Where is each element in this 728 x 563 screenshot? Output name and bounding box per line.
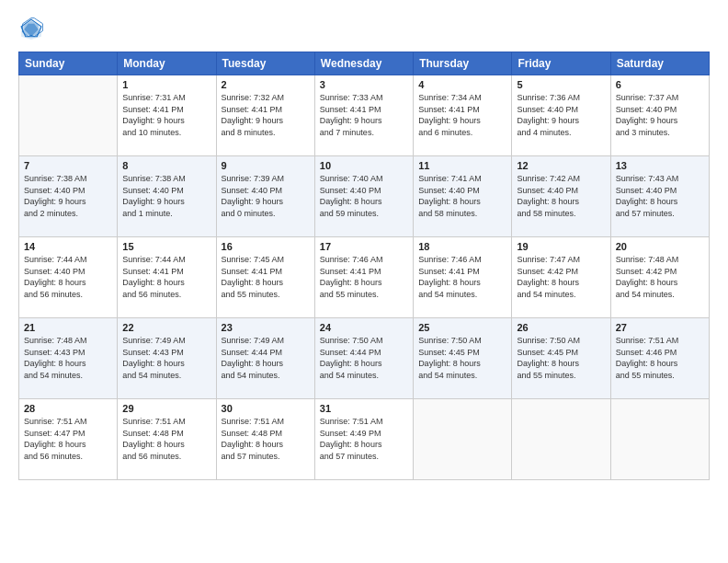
calendar-cell: 23Sunrise: 7:49 AMSunset: 4:44 PMDayligh… [216, 318, 314, 399]
day-info: Sunrise: 7:50 AMSunset: 4:44 PMDaylight:… [320, 335, 408, 381]
day-number: 19 [517, 241, 605, 252]
calendar-cell: 4Sunrise: 7:34 AMSunset: 4:41 PMDaylight… [414, 75, 512, 156]
calendar-cell: 9Sunrise: 7:39 AMSunset: 4:40 PMDaylight… [216, 156, 314, 237]
day-info: Sunrise: 7:42 AMSunset: 4:40 PMDaylight:… [517, 173, 605, 219]
calendar-cell: 21Sunrise: 7:48 AMSunset: 4:43 PMDayligh… [19, 318, 118, 399]
calendar-cell: 25Sunrise: 7:50 AMSunset: 4:45 PMDayligh… [414, 318, 512, 399]
day-info: Sunrise: 7:32 AMSunset: 4:41 PMDaylight:… [222, 92, 310, 138]
day-info: Sunrise: 7:46 AMSunset: 4:41 PMDaylight:… [418, 254, 506, 300]
day-info: Sunrise: 7:44 AMSunset: 4:41 PMDaylight:… [122, 254, 210, 300]
day-number: 5 [517, 79, 605, 90]
day-number: 27 [616, 322, 704, 333]
day-info: Sunrise: 7:44 AMSunset: 4:40 PMDaylight:… [24, 254, 112, 300]
calendar-week-row: 21Sunrise: 7:48 AMSunset: 4:43 PMDayligh… [19, 318, 710, 399]
calendar-cell: 28Sunrise: 7:51 AMSunset: 4:47 PMDayligh… [19, 399, 118, 480]
calendar-cell: 6Sunrise: 7:37 AMSunset: 4:40 PMDaylight… [610, 75, 709, 156]
day-number: 8 [122, 160, 210, 171]
day-number: 21 [24, 322, 112, 333]
day-info: Sunrise: 7:47 AMSunset: 4:42 PMDaylight:… [517, 254, 605, 300]
day-number: 13 [616, 160, 704, 171]
calendar-cell: 27Sunrise: 7:51 AMSunset: 4:46 PMDayligh… [610, 318, 709, 399]
day-number: 24 [320, 322, 408, 333]
calendar-cell: 16Sunrise: 7:45 AMSunset: 4:41 PMDayligh… [216, 237, 314, 318]
calendar-cell: 26Sunrise: 7:50 AMSunset: 4:45 PMDayligh… [512, 318, 610, 399]
calendar-header-sunday: Sunday [19, 52, 118, 75]
calendar-cell [19, 75, 118, 156]
day-info: Sunrise: 7:48 AMSunset: 4:42 PMDaylight:… [616, 254, 704, 300]
day-info: Sunrise: 7:48 AMSunset: 4:43 PMDaylight:… [24, 335, 112, 381]
day-info: Sunrise: 7:38 AMSunset: 4:40 PMDaylight:… [24, 173, 112, 219]
day-number: 31 [320, 403, 408, 414]
day-info: Sunrise: 7:33 AMSunset: 4:41 PMDaylight:… [320, 92, 408, 138]
day-info: Sunrise: 7:46 AMSunset: 4:41 PMDaylight:… [320, 254, 408, 300]
day-number: 9 [222, 160, 310, 171]
calendar-cell: 5Sunrise: 7:36 AMSunset: 4:40 PMDaylight… [512, 75, 610, 156]
calendar-cell: 2Sunrise: 7:32 AMSunset: 4:41 PMDaylight… [216, 75, 314, 156]
day-info: Sunrise: 7:51 AMSunset: 4:48 PMDaylight:… [122, 416, 210, 462]
calendar: SundayMondayTuesdayWednesdayThursdayFrid… [18, 52, 710, 480]
day-number: 29 [122, 403, 210, 414]
calendar-cell: 31Sunrise: 7:51 AMSunset: 4:49 PMDayligh… [314, 399, 413, 480]
calendar-cell: 12Sunrise: 7:42 AMSunset: 4:40 PMDayligh… [512, 156, 610, 237]
calendar-cell: 11Sunrise: 7:41 AMSunset: 4:40 PMDayligh… [414, 156, 512, 237]
calendar-cell: 30Sunrise: 7:51 AMSunset: 4:48 PMDayligh… [216, 399, 314, 480]
day-number: 4 [418, 79, 506, 90]
calendar-header-saturday: Saturday [610, 52, 709, 75]
calendar-cell: 13Sunrise: 7:43 AMSunset: 4:40 PMDayligh… [610, 156, 709, 237]
calendar-week-row: 7Sunrise: 7:38 AMSunset: 4:40 PMDaylight… [19, 156, 710, 237]
day-number: 14 [24, 241, 112, 252]
logo [18, 17, 48, 42]
calendar-cell [610, 399, 709, 480]
day-number: 28 [24, 403, 112, 414]
day-info: Sunrise: 7:34 AMSunset: 4:41 PMDaylight:… [418, 92, 506, 138]
calendar-cell: 20Sunrise: 7:48 AMSunset: 4:42 PMDayligh… [610, 237, 709, 318]
day-info: Sunrise: 7:49 AMSunset: 4:44 PMDaylight:… [222, 335, 310, 381]
page: SundayMondayTuesdayWednesdayThursdayFrid… [0, 0, 728, 563]
day-number: 26 [517, 322, 605, 333]
calendar-header-wednesday: Wednesday [314, 52, 413, 75]
day-info: Sunrise: 7:51 AMSunset: 4:46 PMDaylight:… [616, 335, 704, 381]
calendar-cell: 17Sunrise: 7:46 AMSunset: 4:41 PMDayligh… [314, 237, 413, 318]
day-number: 18 [418, 241, 506, 252]
day-number: 3 [320, 79, 408, 90]
calendar-cell: 14Sunrise: 7:44 AMSunset: 4:40 PMDayligh… [19, 237, 118, 318]
day-info: Sunrise: 7:38 AMSunset: 4:40 PMDaylight:… [122, 173, 210, 219]
calendar-cell [512, 399, 610, 480]
day-info: Sunrise: 7:50 AMSunset: 4:45 PMDaylight:… [418, 335, 506, 381]
day-number: 6 [616, 79, 704, 90]
day-info: Sunrise: 7:31 AMSunset: 4:41 PMDaylight:… [122, 92, 210, 138]
calendar-cell: 3Sunrise: 7:33 AMSunset: 4:41 PMDaylight… [314, 75, 413, 156]
day-info: Sunrise: 7:51 AMSunset: 4:47 PMDaylight:… [24, 416, 112, 462]
header [18, 17, 710, 42]
day-number: 20 [616, 241, 704, 252]
calendar-cell: 1Sunrise: 7:31 AMSunset: 4:41 PMDaylight… [118, 75, 216, 156]
day-number: 2 [222, 79, 310, 90]
calendar-cell: 15Sunrise: 7:44 AMSunset: 4:41 PMDayligh… [118, 237, 216, 318]
day-number: 22 [122, 322, 210, 333]
calendar-cell [414, 399, 512, 480]
calendar-cell: 19Sunrise: 7:47 AMSunset: 4:42 PMDayligh… [512, 237, 610, 318]
calendar-cell: 24Sunrise: 7:50 AMSunset: 4:44 PMDayligh… [314, 318, 413, 399]
day-info: Sunrise: 7:36 AMSunset: 4:40 PMDaylight:… [517, 92, 605, 138]
day-number: 17 [320, 241, 408, 252]
calendar-cell: 10Sunrise: 7:40 AMSunset: 4:40 PMDayligh… [314, 156, 413, 237]
calendar-cell: 7Sunrise: 7:38 AMSunset: 4:40 PMDaylight… [19, 156, 118, 237]
day-number: 16 [222, 241, 310, 252]
calendar-cell: 18Sunrise: 7:46 AMSunset: 4:41 PMDayligh… [414, 237, 512, 318]
day-number: 15 [122, 241, 210, 252]
calendar-week-row: 28Sunrise: 7:51 AMSunset: 4:47 PMDayligh… [19, 399, 710, 480]
day-info: Sunrise: 7:41 AMSunset: 4:40 PMDaylight:… [418, 173, 506, 219]
calendar-header-thursday: Thursday [414, 52, 512, 75]
day-number: 30 [222, 403, 310, 414]
day-info: Sunrise: 7:39 AMSunset: 4:40 PMDaylight:… [222, 173, 310, 219]
calendar-cell: 8Sunrise: 7:38 AMSunset: 4:40 PMDaylight… [118, 156, 216, 237]
day-info: Sunrise: 7:45 AMSunset: 4:41 PMDaylight:… [222, 254, 310, 300]
day-info: Sunrise: 7:49 AMSunset: 4:43 PMDaylight:… [122, 335, 210, 381]
calendar-cell: 29Sunrise: 7:51 AMSunset: 4:48 PMDayligh… [118, 399, 216, 480]
day-number: 12 [517, 160, 605, 171]
day-info: Sunrise: 7:50 AMSunset: 4:45 PMDaylight:… [517, 335, 605, 381]
logo-icon [18, 17, 44, 42]
calendar-header-row: SundayMondayTuesdayWednesdayThursdayFrid… [19, 52, 710, 75]
calendar-cell: 22Sunrise: 7:49 AMSunset: 4:43 PMDayligh… [118, 318, 216, 399]
day-number: 25 [418, 322, 506, 333]
